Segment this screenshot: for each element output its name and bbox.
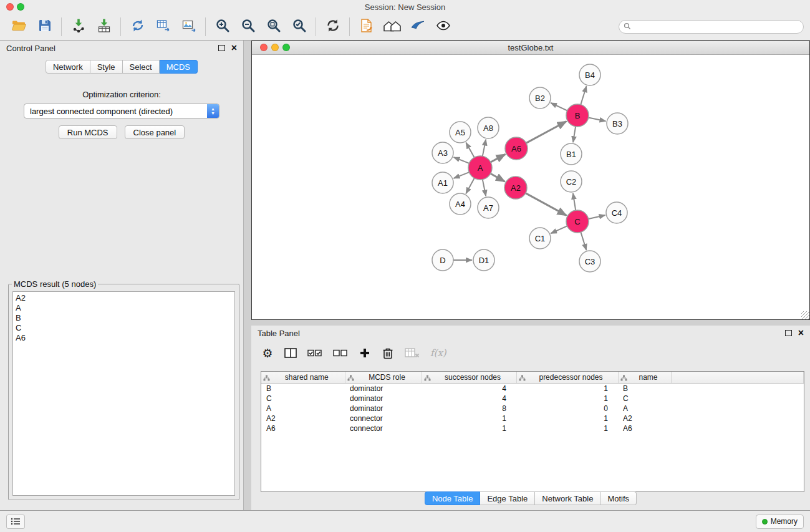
deselect-all-icon[interactable] — [333, 346, 348, 360]
graph-node-B3[interactable]: B3 — [607, 113, 628, 134]
zoom-out-button[interactable] — [235, 16, 261, 38]
toolbar-search[interactable] — [619, 20, 804, 34]
table-row[interactable]: Bdominator41B — [261, 384, 804, 394]
zoom-in-button[interactable] — [210, 16, 235, 38]
graph-node-C3[interactable]: C3 — [579, 251, 600, 272]
graph-edge-A-A1[interactable] — [454, 172, 470, 178]
tab-motifs[interactable]: Motifs — [600, 491, 637, 505]
graph-edge-C-C3[interactable] — [581, 232, 586, 250]
tab-network-table[interactable]: Network Table — [535, 491, 600, 505]
tab-node-table[interactable]: Node Table — [425, 491, 481, 505]
graph-node-A8[interactable]: A8 — [478, 117, 499, 138]
graph-edge-A-A6[interactable] — [491, 154, 506, 162]
criterion-dropdown[interactable]: largest connected component (directed) ▲… — [24, 104, 219, 118]
import-network-button[interactable] — [65, 16, 91, 38]
graph-edge-A-A2[interactable] — [491, 173, 505, 181]
zoom-selected-button[interactable] — [286, 16, 312, 38]
table-settings-gear-icon[interactable]: ⚙ — [261, 346, 274, 360]
zoom-window-icon[interactable] — [17, 3, 24, 11]
graph-edge-A-A7[interactable] — [483, 180, 486, 196]
graph-node-A1[interactable]: A1 — [432, 172, 453, 193]
graph-node-A7[interactable]: A7 — [478, 197, 499, 218]
graph-node-B1[interactable]: B1 — [561, 143, 582, 165]
graph-node-D[interactable]: D — [432, 249, 453, 271]
zoom-network-window-icon[interactable] — [282, 44, 290, 51]
graph-node-C4[interactable]: C4 — [606, 202, 627, 223]
graph-edge-A-A4[interactable] — [466, 178, 475, 194]
tab-select[interactable]: Select — [123, 60, 160, 74]
graph-node-C2[interactable]: C2 — [561, 171, 582, 192]
graph-edge-C-C1[interactable] — [551, 226, 567, 233]
graph-edge-C-C2[interactable] — [573, 193, 576, 210]
graph-edge-C-C4[interactable] — [589, 215, 605, 219]
run-mcds-button[interactable]: Run MCDS — [59, 125, 117, 139]
graph-node-C1[interactable]: C1 — [529, 228, 551, 249]
float-panel-icon[interactable] — [218, 45, 225, 51]
column-header-name[interactable]: name — [618, 372, 671, 384]
graph-node-A5[interactable]: A5 — [450, 122, 471, 143]
graph-node-A[interactable]: A — [468, 156, 492, 180]
mcds-result-list[interactable]: A2ABCA6 — [12, 291, 235, 496]
close-network-window-icon[interactable] — [260, 44, 268, 51]
show-hide-button[interactable] — [430, 16, 456, 38]
column-header-predecessor-nodes[interactable]: predecessor nodes — [516, 372, 618, 384]
import-table-button[interactable] — [91, 16, 117, 38]
graph-edge-B-B1[interactable] — [573, 127, 576, 142]
close-window-icon[interactable] — [6, 3, 14, 11]
graph-node-B4[interactable]: B4 — [579, 64, 600, 85]
column-header-mcds-role[interactable]: MCDS role — [345, 372, 422, 384]
table-row[interactable]: Adominator80A — [261, 404, 804, 414]
table-row[interactable]: A2connector11A2 — [261, 414, 804, 423]
tab-mcds[interactable]: MCDS — [160, 60, 198, 74]
graph-node-A3[interactable]: A3 — [432, 142, 453, 163]
memory-button[interactable]: Memory — [756, 515, 804, 529]
clone-network-button[interactable] — [125, 16, 150, 38]
select-all-icon[interactable] — [307, 346, 322, 360]
zoom-fit-button[interactable] — [261, 16, 286, 38]
result-item[interactable]: C — [16, 323, 232, 333]
close-table-panel-icon[interactable]: × — [798, 328, 804, 338]
graph-edge-B-B4[interactable] — [581, 86, 586, 105]
show-columns-icon[interactable] — [284, 346, 297, 360]
report-button[interactable] — [354, 16, 379, 38]
column-header-shared-name[interactable]: shared name — [261, 372, 345, 384]
column-header-successor-nodes[interactable]: successor nodes — [422, 372, 516, 384]
graph-edge-A-A3[interactable] — [454, 157, 470, 163]
result-item[interactable]: A6 — [16, 333, 232, 343]
task-history-button[interactable] — [6, 515, 25, 529]
refresh-view-button[interactable] — [320, 16, 345, 38]
export-table-button[interactable] — [150, 16, 176, 38]
search-input[interactable] — [634, 22, 799, 32]
network-window-titlebar[interactable]: testGlobe.txt — [252, 41, 809, 55]
table-row[interactable]: Cdominator41C — [261, 394, 804, 404]
graph-node-A4[interactable]: A4 — [450, 193, 471, 215]
graph-edge-A-A8[interactable] — [483, 140, 486, 157]
close-panel-button[interactable]: Close panel — [125, 125, 185, 139]
close-panel-icon[interactable]: × — [231, 43, 237, 53]
table-row[interactable]: A6connector11A6 — [261, 423, 804, 433]
tab-style[interactable]: Style — [90, 60, 123, 74]
result-item[interactable]: A — [16, 303, 232, 313]
add-column-icon[interactable] — [359, 346, 371, 360]
graph-node-C[interactable]: C — [566, 210, 589, 233]
float-table-panel-icon[interactable] — [785, 330, 792, 336]
window-resize-handle[interactable] — [801, 311, 809, 319]
graph-node-B[interactable]: B — [566, 104, 589, 127]
open-session-button[interactable] — [6, 16, 32, 38]
result-item[interactable]: A2 — [16, 293, 232, 303]
minimize-network-window-icon[interactable] — [271, 44, 279, 51]
graph-edge-A-A5[interactable] — [466, 143, 474, 158]
network-canvas[interactable]: B4B2BB3A5A8A6B1A3AC2A1A2A4A7C4CC1C3DD1 — [252, 55, 809, 320]
export-image-button[interactable] — [176, 16, 201, 38]
save-session-button[interactable] — [32, 16, 57, 38]
graph-node-A6[interactable]: A6 — [505, 137, 528, 160]
level-selection-button[interactable] — [405, 16, 430, 38]
graph-edge-B-B3[interactable] — [589, 118, 606, 122]
result-item[interactable]: B — [16, 313, 232, 323]
graph-node-B2[interactable]: B2 — [529, 87, 551, 109]
tab-edge-table[interactable]: Edge Table — [480, 491, 535, 505]
delete-column-trash-icon[interactable] — [382, 346, 394, 360]
graph-node-D1[interactable]: D1 — [473, 249, 494, 271]
graph-edge-A2-C[interactable] — [526, 193, 567, 216]
tab-network[interactable]: Network — [46, 60, 90, 74]
